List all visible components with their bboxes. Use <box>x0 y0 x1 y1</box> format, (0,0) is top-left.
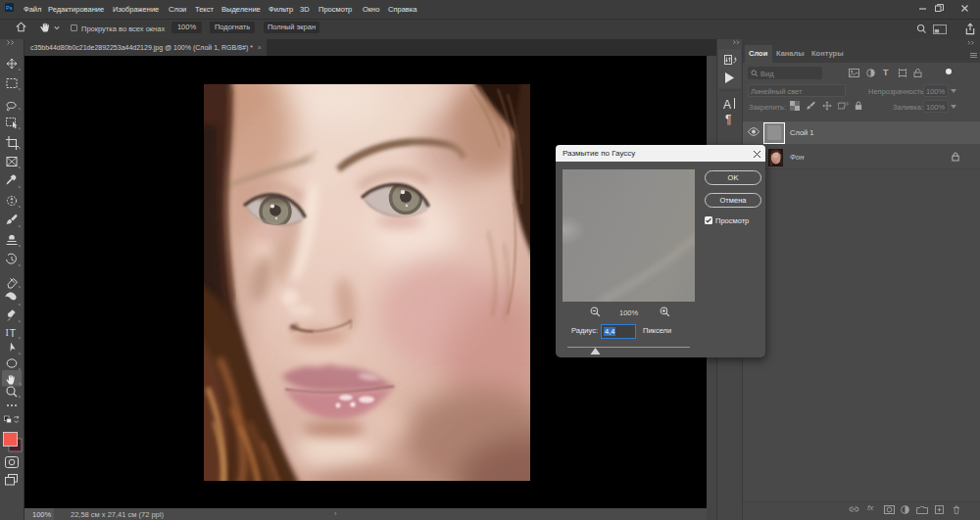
svg-text:A: A <box>723 98 731 112</box>
svg-text:Ps: Ps <box>6 5 13 11</box>
svg-text:I: I <box>6 327 9 338</box>
svg-text:T: T <box>10 327 17 339</box>
svg-text:¶: ¶ <box>725 113 731 126</box>
